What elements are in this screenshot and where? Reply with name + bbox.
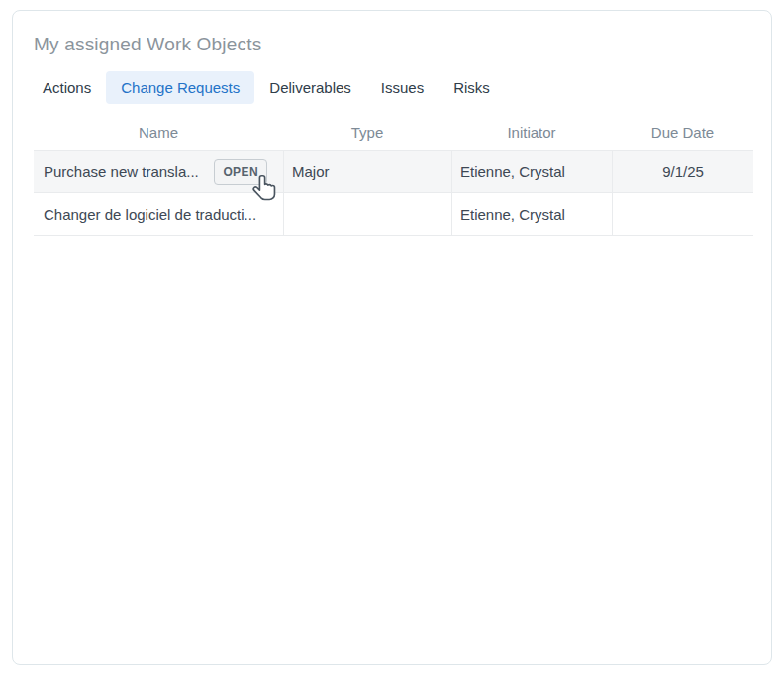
column-header-due-date: Due Date [612,124,753,150]
tab-bar: Actions Change Requests Deliverables Iss… [28,71,771,104]
column-header-type: Type [283,124,451,150]
cell-type: Major [283,150,451,193]
open-button[interactable]: OPEN [214,159,267,185]
cell-due-date [612,193,753,236]
cell-initiator: Etienne, Crystal [451,150,612,193]
table-row[interactable]: Changer de logiciel de traducti... Etien… [34,193,753,236]
cell-name[interactable]: Changer de logiciel de traducti... [34,193,283,236]
work-object-name: Changer de logiciel de traducti... [44,206,256,223]
column-header-initiator: Initiator [451,124,612,150]
cell-initiator: Etienne, Crystal [451,193,612,236]
table-row[interactable]: Purchase new transla... OPEN Major Etien… [34,150,753,193]
panel-title: My assigned Work Objects [34,34,771,55]
tab-change-requests[interactable]: Change Requests [106,71,254,104]
tab-actions[interactable]: Actions [28,71,106,104]
work-object-name: Purchase new transla... [44,163,199,180]
tab-deliverables[interactable]: Deliverables [254,71,366,104]
table-header-row: Name Type Initiator Due Date [34,124,753,150]
tab-issues[interactable]: Issues [366,71,439,104]
cell-type [283,193,451,236]
column-header-name: Name [34,124,283,150]
cell-name[interactable]: Purchase new transla... OPEN [34,150,283,193]
cell-due-date: 9/1/25 [612,150,753,193]
work-objects-panel: My assigned Work Objects Actions Change … [12,10,772,665]
work-objects-table: Name Type Initiator Due Date Purchase ne… [34,124,753,236]
tab-risks[interactable]: Risks [439,71,505,104]
